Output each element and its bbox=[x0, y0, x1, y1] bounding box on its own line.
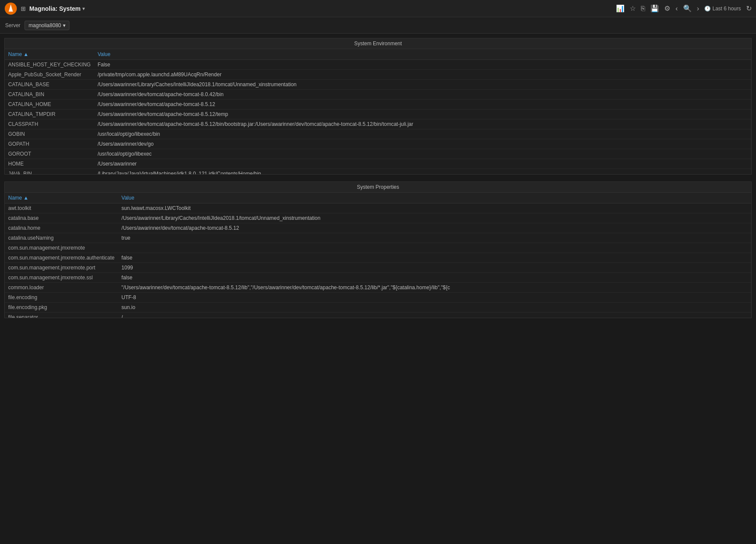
env-row-name: CATALINA_TMPDIR bbox=[5, 109, 94, 119]
props-row-value: /Users/awarinner/dev/tomcat/apache-tomca… bbox=[118, 223, 751, 233]
table-row: CATALINA_BASE/Users/awarinner/Library/Ca… bbox=[5, 80, 751, 90]
table-row: com.sun.management.jmxremote bbox=[5, 243, 751, 253]
system-environment-section: System Environment Name ▲ Value ANSIBLE_… bbox=[4, 38, 752, 175]
table-row: CATALINA_TMPDIR/Users/awarinner/dev/tomc… bbox=[5, 109, 751, 119]
table-row: com.sun.management.jmxremote.sslfalse bbox=[5, 273, 751, 283]
table-row: CLASSPATH/Users/awarinner/dev/tomcat/apa… bbox=[5, 119, 751, 129]
search-icon[interactable]: 🔍 bbox=[683, 4, 692, 13]
system-properties-title: System Properties bbox=[5, 182, 751, 193]
props-row-name: com.sun.management.jmxremote.port bbox=[5, 263, 118, 273]
props-row-name: file.separator bbox=[5, 313, 118, 318]
props-row-value: UTF-8 bbox=[118, 293, 751, 303]
props-row-value: sun.lwawt.macosx.LWCToolkit bbox=[118, 203, 751, 213]
env-row-value: /Users/awarinner/Library/Caches/IntelliJ… bbox=[94, 80, 751, 90]
system-environment-title: System Environment bbox=[5, 38, 751, 49]
env-row-value: /usr/local/opt/go/libexec/bin bbox=[94, 129, 751, 139]
env-row-value: /private/tmp/com.apple.launchd.aM89UAcqR… bbox=[94, 70, 751, 80]
env-row-name: GOPATH bbox=[5, 139, 94, 149]
env-row-value: /Library/Java/JavaVirtualMachines/jdk1.8… bbox=[94, 169, 751, 175]
props-row-value: "/Users/awarinner/dev/tomcat/apache-tomc… bbox=[118, 283, 751, 293]
env-row-name: JAVA_BIN bbox=[5, 169, 94, 175]
table-row: common.loader"/Users/awarinner/dev/tomca… bbox=[5, 283, 751, 293]
props-row-name: common.loader bbox=[5, 283, 118, 293]
table-row: CATALINA_BIN/Users/awarinner/dev/tomcat/… bbox=[5, 90, 751, 100]
share-icon[interactable]: ⎘ bbox=[641, 5, 645, 13]
env-row-name: CLASSPATH bbox=[5, 119, 94, 129]
props-row-value bbox=[118, 243, 751, 253]
system-properties-table: Name ▲ Value awt.toolkitsun.lwawt.macosx… bbox=[5, 193, 751, 318]
time-range[interactable]: 🕐 Last 6 hours bbox=[704, 6, 741, 12]
dashboard-icon[interactable]: 📊 bbox=[616, 4, 625, 13]
env-row-name: GOBIN bbox=[5, 129, 94, 139]
props-row-name: file.encoding.pkg bbox=[5, 303, 118, 313]
table-row: ANSIBLE_HOST_KEY_CHECKINGFalse bbox=[5, 60, 751, 70]
env-row-name: CATALINA_BASE bbox=[5, 80, 94, 90]
env-row-value: /Users/awarinner/dev/tomcat/apache-tomca… bbox=[94, 90, 751, 100]
back-icon[interactable]: ‹ bbox=[675, 5, 678, 13]
table-row: HOME/Users/awarinner bbox=[5, 159, 751, 169]
forward-icon[interactable]: › bbox=[697, 5, 699, 13]
server-name: magnolia8080 bbox=[28, 22, 61, 28]
table-row: catalina.useNamingtrue bbox=[5, 233, 751, 243]
system-environment-table: Name ▲ Value ANSIBLE_HOST_KEY_CHECKINGFa… bbox=[5, 49, 751, 174]
props-value-header[interactable]: Value bbox=[118, 193, 751, 203]
env-row-value: /Users/awarinner/dev/tomcat/apache-tomca… bbox=[94, 100, 751, 109]
table-row: JAVA_BIN/Library/Java/JavaVirtualMachine… bbox=[5, 169, 751, 175]
env-row-value: /Users/awarinner/dev/go bbox=[94, 139, 751, 149]
clock-icon: 🕐 bbox=[704, 6, 711, 12]
system-properties-table-wrapper[interactable]: Name ▲ Value awt.toolkitsun.lwawt.macosx… bbox=[5, 193, 751, 318]
props-name-header[interactable]: Name ▲ bbox=[5, 193, 118, 203]
table-row: GOROOT/usr/local/opt/go/libexec bbox=[5, 149, 751, 159]
table-row: catalina.home/Users/awarinner/dev/tomcat… bbox=[5, 223, 751, 233]
settings-icon[interactable]: ⚙ bbox=[664, 4, 670, 13]
props-row-value: sun.io bbox=[118, 303, 751, 313]
props-row-value: false bbox=[118, 273, 751, 283]
props-row-value: false bbox=[118, 253, 751, 263]
system-environment-table-wrapper[interactable]: Name ▲ Value ANSIBLE_HOST_KEY_CHECKINGFa… bbox=[5, 49, 751, 174]
env-row-value: False bbox=[94, 60, 751, 70]
props-row-name: com.sun.management.jmxremote.ssl bbox=[5, 273, 118, 283]
props-row-name: catalina.useNaming bbox=[5, 233, 118, 243]
table-row: file.separator/ bbox=[5, 313, 751, 318]
table-row: Apple_PubSub_Socket_Render/private/tmp/c… bbox=[5, 70, 751, 80]
topnav: ⊞ Magnolia: System ▾ 📊 ☆ ⎘ 💾 ⚙ ‹ 🔍 › 🕐 L… bbox=[0, 0, 756, 17]
star-icon[interactable]: ☆ bbox=[630, 4, 636, 13]
env-row-value: /Users/awarinner bbox=[94, 159, 751, 169]
props-row-name: com.sun.management.jmxremote bbox=[5, 243, 118, 253]
refresh-icon[interactable]: ↻ bbox=[746, 4, 752, 13]
table-row: awt.toolkitsun.lwawt.macosx.LWCToolkit bbox=[5, 203, 751, 213]
props-row-name: catalina.home bbox=[5, 223, 118, 233]
system-environment-thead: Name ▲ Value bbox=[5, 49, 751, 60]
grid-icon: ⊞ bbox=[21, 5, 26, 12]
system-properties-thead: Name ▲ Value bbox=[5, 193, 751, 203]
topnav-actions: 📊 ☆ ⎘ 💾 ⚙ ‹ 🔍 › 🕐 Last 6 hours ↻ bbox=[616, 4, 752, 13]
env-row-name: ANSIBLE_HOST_KEY_CHECKING bbox=[5, 60, 94, 70]
system-environment-tbody: ANSIBLE_HOST_KEY_CHECKINGFalseApple_PubS… bbox=[5, 60, 751, 175]
env-name-header[interactable]: Name ▲ bbox=[5, 49, 94, 60]
system-properties-section: System Properties Name ▲ Value awt.toolk… bbox=[4, 181, 752, 318]
props-row-name: com.sun.management.jmxremote.authenticat… bbox=[5, 253, 118, 263]
props-row-value: true bbox=[118, 233, 751, 243]
props-row-name: awt.toolkit bbox=[5, 203, 118, 213]
title-dropdown-arrow[interactable]: ▾ bbox=[82, 6, 85, 12]
page-title: Magnolia: System bbox=[29, 5, 81, 12]
props-row-value: /Users/awarinner/Library/Caches/IntelliJ… bbox=[118, 213, 751, 223]
env-value-header[interactable]: Value bbox=[94, 49, 751, 60]
app-logo bbox=[4, 2, 17, 15]
system-properties-tbody: awt.toolkitsun.lwawt.macosx.LWCToolkitca… bbox=[5, 203, 751, 318]
props-row-name: file.encoding bbox=[5, 293, 118, 303]
env-row-value: /usr/local/opt/go/libexec bbox=[94, 149, 751, 159]
env-row-name: GOROOT bbox=[5, 149, 94, 159]
table-row: GOBIN/usr/local/opt/go/libexec/bin bbox=[5, 129, 751, 139]
table-row: com.sun.management.jmxremote.port1099 bbox=[5, 263, 751, 273]
env-row-name: CATALINA_HOME bbox=[5, 100, 94, 109]
table-row: GOPATH/Users/awarinner/dev/go bbox=[5, 139, 751, 149]
props-row-value: 1099 bbox=[118, 263, 751, 273]
server-dropdown[interactable]: magnolia8080 ▾ bbox=[25, 21, 69, 30]
env-row-name: HOME bbox=[5, 159, 94, 169]
table-row: com.sun.management.jmxremote.authenticat… bbox=[5, 253, 751, 263]
props-row-name: catalina.base bbox=[5, 213, 118, 223]
time-range-label: Last 6 hours bbox=[712, 6, 741, 12]
save-icon[interactable]: 💾 bbox=[650, 4, 659, 13]
server-label: Server bbox=[5, 22, 20, 28]
